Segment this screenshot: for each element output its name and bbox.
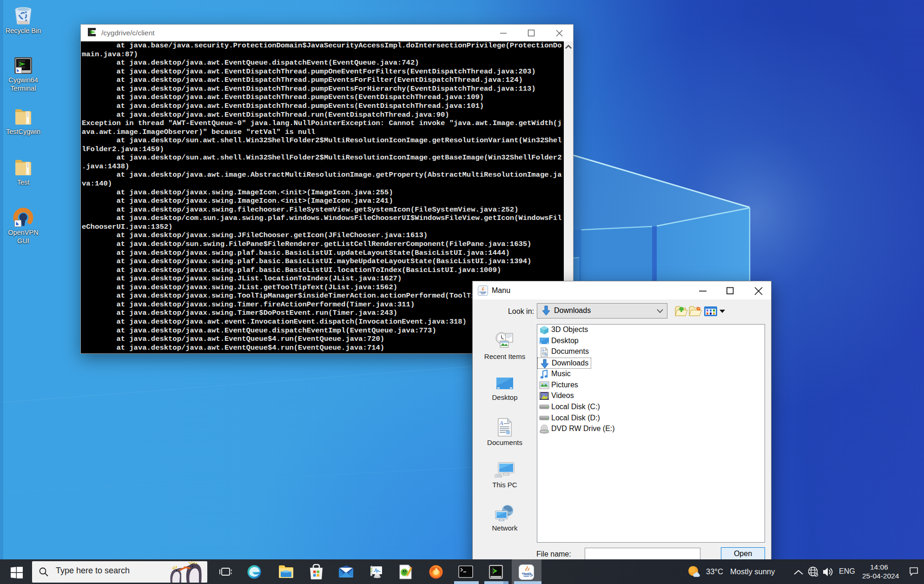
svg-text:A: A bbox=[499, 420, 503, 426]
svg-text:A: A bbox=[541, 348, 544, 352]
